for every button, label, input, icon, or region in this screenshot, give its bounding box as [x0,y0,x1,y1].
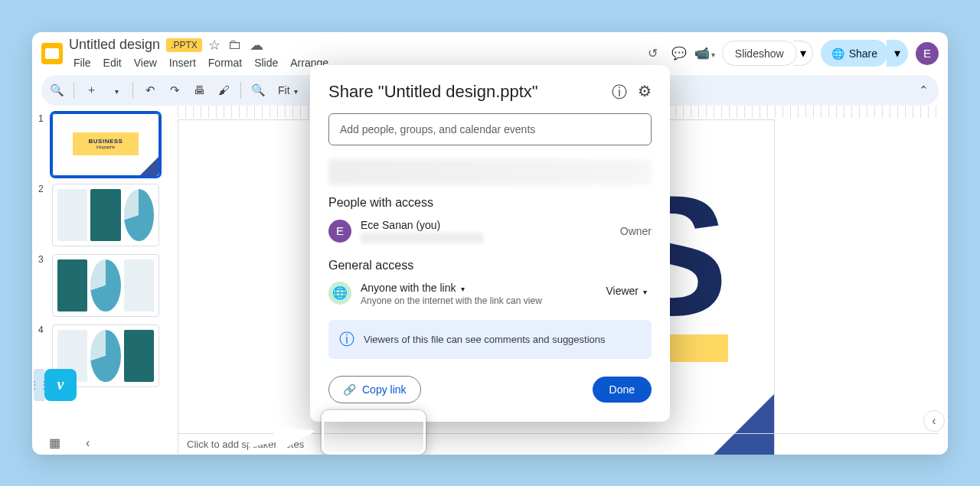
menu-view[interactable]: View [129,55,162,70]
speaker-notes[interactable]: Click to add speaker notes [178,433,939,455]
info-banner-text: Viewers of this file can see comments an… [364,334,606,345]
new-slide-dropdown[interactable] [108,83,123,96]
link-scope-description: Anyone on the internet with the link can… [361,295,592,306]
person-role: Owner [620,225,652,237]
slideshow-button[interactable]: Slideshow [722,41,797,66]
globe-icon: 🌐 [831,47,844,60]
new-slide-icon[interactable]: ＋ [83,83,99,97]
grid-view-icon[interactable]: ▦ [49,435,60,450]
menu-edit[interactable]: Edit [99,55,126,70]
people-with-access-heading: People with access [328,196,652,210]
person-row: E Ece Sanan (you) Owner [328,219,652,243]
collapse-toolbar-icon[interactable]: ⌃ [916,83,931,97]
info-banner: ⓘ Viewers of this file can see comments … [328,320,652,359]
move-icon[interactable]: 🗀 [228,37,242,54]
person-email-redacted [361,233,483,243]
slideshow-dropdown[interactable]: ▾ [794,41,813,66]
search-icon[interactable]: 🔍 [49,83,64,97]
slides-app: Untitled design .PPTX ☆ 🗀 ☁ File Edit Vi… [32,32,948,455]
slide-thumb-3[interactable] [52,254,159,317]
link-icon: 🔗 [343,383,356,396]
cloud-status-icon: ☁ [250,37,263,54]
slide-thumb-1[interactable]: BUSINESS Infographic [52,113,159,176]
chevron-down-icon [459,282,465,294]
person-name: Ece Sanan (you) [361,219,611,231]
redo-icon[interactable]: ↷ [167,83,182,97]
thumb-title: BUSINESS [89,138,123,145]
share-dialog: Share "Untitled design.pptx" ⓘ ⚙ Add peo… [310,65,670,422]
share-button[interactable]: 🌐 Share [821,40,888,67]
share-dialog-title: Share "Untitled design.pptx" [328,82,538,102]
menu-insert[interactable]: Insert [165,55,201,70]
history-icon[interactable]: ↺ [644,44,662,63]
vimeo-icon[interactable]: v [44,369,77,401]
chevron-down-icon [642,285,647,297]
globe-icon: 🌐 [328,282,351,305]
slide-thumb-2[interactable] [52,184,159,246]
thumb-number: 1 [38,113,46,124]
account-avatar[interactable]: E [916,42,939,65]
explore-icon[interactable]: ‹ [923,410,945,432]
collapse-filmstrip-icon[interactable]: ‹ [86,436,90,450]
thumb-number: 2 [38,184,46,194]
pptx-badge: .PPTX [166,38,202,52]
redacted-row [328,159,652,185]
general-access-heading: General access [328,259,652,272]
undo-icon[interactable]: ↶ [142,83,158,97]
copy-link-button[interactable]: 🔗 Copy link [328,376,421,403]
share-dropdown[interactable]: ▾ [887,40,908,67]
zoom-select[interactable]: Fit [275,84,301,96]
drag-handle-icon[interactable]: ⋮⋮ [34,369,44,401]
paint-format-icon[interactable]: 🖌 [216,83,231,96]
menu-format[interactable]: Format [204,55,247,70]
info-icon: ⓘ [339,329,354,350]
menu-file[interactable]: File [69,55,96,70]
done-button[interactable]: Done [593,377,652,403]
meet-icon[interactable]: 📹 [696,44,714,63]
person-avatar: E [328,220,351,243]
slides-logo-icon [41,43,63,64]
thumb-number: 4 [38,325,46,335]
comments-icon[interactable]: 💬 [670,44,688,63]
add-people-input[interactable]: Add people, groups, and calendar events [328,113,652,145]
slide-thumbnails: 1 BUSINESS Infographic 2 3 [32,106,178,455]
star-icon[interactable]: ☆ [208,37,220,54]
thumb-subtitle: Infographic [96,145,116,149]
document-title[interactable]: Untitled design [69,37,160,53]
role-dropdown[interactable]: Viewer [601,282,652,300]
zoom-icon[interactable]: 🔍 [250,83,266,97]
help-icon[interactable]: ⓘ [612,82,627,103]
print-icon[interactable]: 🖶 [191,83,207,96]
settings-gear-icon[interactable]: ⚙ [638,82,652,103]
speaker-notes-placeholder: Click to add speaker notes [187,439,304,450]
menu-slide[interactable]: Slide [250,55,283,70]
thumb-number: 3 [38,254,46,265]
vimeo-record-widget[interactable]: ⋮⋮ v [34,369,77,401]
link-scope-dropdown[interactable]: Anyone with the link [361,282,592,294]
